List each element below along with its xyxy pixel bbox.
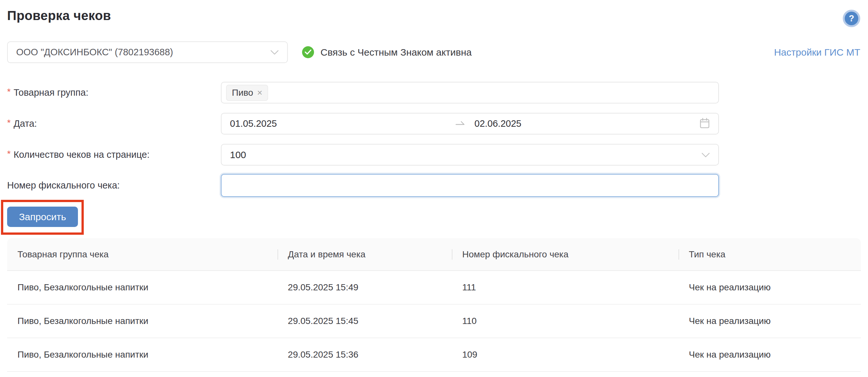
column-header-type: Тип чека xyxy=(679,249,861,260)
table-row[interactable]: Пиво, Безалкогольные напитки 29.05.2025 … xyxy=(7,338,861,372)
cell-datetime: 29.05.2025 15:36 xyxy=(277,349,452,360)
cell-datetime: 29.05.2025 15:45 xyxy=(277,316,452,326)
question-mark-icon: ? xyxy=(845,12,858,25)
product-group-field[interactable]: Пиво × xyxy=(221,82,719,103)
gis-mt-settings-link[interactable]: Настройки ГИС МТ xyxy=(774,41,860,63)
column-header-datetime: Дата и время чека xyxy=(277,249,452,260)
cell-product-group: Пиво, Безалкогольные напитки xyxy=(7,282,277,293)
cell-type: Чек на реализацию xyxy=(679,316,861,326)
date-start-value[interactable]: 01.05.2025 xyxy=(230,118,455,129)
check-circle-icon xyxy=(302,46,314,58)
page-size-row: * Количество чеков на странице: 100 xyxy=(7,144,861,165)
product-group-tag: Пиво × xyxy=(226,85,268,101)
date-end-value[interactable]: 02.06.2025 xyxy=(465,118,700,129)
request-button[interactable]: Запросить xyxy=(7,207,78,227)
required-mark: * xyxy=(7,149,11,159)
product-group-tag-label: Пиво xyxy=(232,88,253,98)
chevron-down-icon xyxy=(270,47,279,58)
fiscal-number-row: Номер фискального чека: xyxy=(7,174,861,197)
page-size-label: * Количество чеков на странице: xyxy=(7,144,149,165)
arrow-right-icon xyxy=(455,120,465,128)
product-group-label: * Товарная группа: xyxy=(7,82,88,103)
page-size-select[interactable]: 100 xyxy=(221,144,719,165)
cell-type: Чек на реализацию xyxy=(679,282,861,293)
product-group-row: * Товарная группа: Пиво × xyxy=(7,82,861,103)
calendar-icon xyxy=(700,118,710,130)
column-header-product-group: Товарная группа чека xyxy=(7,249,277,260)
date-range-field[interactable]: 01.05.2025 02.06.2025 xyxy=(221,113,719,134)
cell-product-group: Пиво, Безалкогольные напитки xyxy=(7,316,277,326)
table-row[interactable]: Пиво, Безалкогольные напитки 29.05.2025 … xyxy=(7,305,861,338)
required-mark: * xyxy=(7,118,11,128)
required-mark: * xyxy=(7,87,11,97)
page-size-value: 100 xyxy=(230,149,246,160)
page-title: Проверка чеков xyxy=(7,8,111,23)
date-label: * Дата: xyxy=(7,113,37,134)
column-header-fiscal-number: Номер фискального чека xyxy=(452,249,679,260)
fiscal-number-input[interactable] xyxy=(221,175,718,196)
cell-fiscal-number: 111 xyxy=(452,282,679,293)
fiscal-number-label: Номер фискального чека: xyxy=(7,174,120,197)
connection-status: Связь с Честным Знаком активна xyxy=(302,41,471,63)
fiscal-number-field-wrap xyxy=(221,174,719,197)
connection-status-text: Связь с Честным Знаком активна xyxy=(320,47,471,58)
help-button[interactable]: ? xyxy=(843,10,860,27)
cell-fiscal-number: 110 xyxy=(452,316,679,326)
cell-datetime: 29.05.2025 15:49 xyxy=(277,282,452,293)
date-row: * Дата: 01.05.2025 02.06.2025 xyxy=(7,113,861,134)
cell-product-group: Пиво, Безалкогольные напитки xyxy=(7,349,277,360)
cell-type: Чек на реализацию xyxy=(679,349,861,360)
table-header-row: Товарная группа чека Дата и время чека Н… xyxy=(7,238,861,271)
receipts-table: Товарная группа чека Дата и время чека Н… xyxy=(7,238,861,372)
table-row[interactable]: Пиво, Безалкогольные напитки 29.05.2025 … xyxy=(7,271,861,305)
remove-tag-icon[interactable]: × xyxy=(257,88,262,97)
company-select-value: ООО "ДОКСИНБОКС" (7802193688) xyxy=(16,47,173,58)
cell-fiscal-number: 109 xyxy=(452,349,679,360)
receipt-check-page: Проверка чеков ? ООО "ДОКСИНБОКС" (78021… xyxy=(0,0,868,377)
chevron-down-icon xyxy=(702,149,710,160)
company-select[interactable]: ООО "ДОКСИНБОКС" (7802193688) xyxy=(7,41,288,63)
